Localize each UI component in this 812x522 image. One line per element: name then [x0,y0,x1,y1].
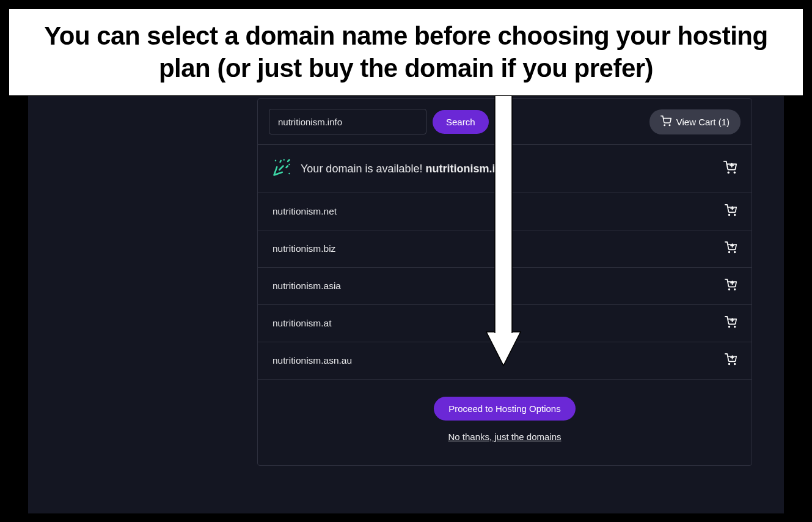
domain-suggestion-name: nutritionism.asia [272,281,725,292]
svg-point-2 [728,172,729,173]
domain-suggestion-row: nutritionism.net [258,193,752,230]
domain-suggestion-row: nutritionism.asia [258,267,752,304]
domain-suggestion-row: nutritionism.at [258,304,752,342]
svg-point-22 [729,364,730,365]
svg-point-10 [729,252,730,253]
view-cart-label: View Cart (1) [676,117,730,127]
add-to-cart-icon[interactable] [725,353,737,368]
domain-available-text: Your domain is available! nutritionism.i… [301,163,714,175]
add-to-cart-icon[interactable] [725,241,737,256]
svg-point-7 [734,215,736,216]
add-to-cart-icon[interactable] [725,316,737,331]
svg-point-18 [729,326,730,328]
svg-point-1 [669,125,670,126]
add-to-cart-icon[interactable] [723,161,737,177]
svg-point-15 [734,289,736,290]
svg-point-0 [664,125,665,126]
svg-point-11 [734,252,736,253]
app-frame: Search View Cart (1) Your domain is avai… [28,95,784,513]
domain-suggestion-name: nutritionism.net [272,206,725,217]
available-prefix: Your domain is available! [301,163,425,175]
svg-point-23 [734,364,736,365]
proceed-to-hosting-button[interactable]: Proceed to Hosting Options [434,397,575,421]
domain-suggestion-row: nutritionism.asn.au [258,342,752,379]
no-thanks-link[interactable]: No thanks, just the domains [448,432,561,442]
svg-point-19 [734,326,736,328]
domain-available-row: Your domain is available! nutritionism.i… [258,144,752,193]
domain-suggestion-name: nutritionism.asn.au [272,355,725,366]
cart-icon [660,116,671,128]
search-row: Search View Cart (1) [258,99,752,144]
domain-search-card: Search View Cart (1) Your domain is avai… [257,98,752,466]
domain-suggestion-name: nutritionism.at [272,318,725,329]
domain-search-input[interactable] [269,109,426,134]
svg-point-14 [729,289,730,290]
svg-point-6 [729,215,730,216]
confetti-icon [272,158,291,179]
svg-point-3 [734,172,735,173]
available-domain: nutritionism.info [425,163,512,175]
annotation-text: You can select a domain name before choo… [26,20,786,84]
view-cart-button[interactable]: View Cart (1) [649,109,741,134]
search-button[interactable]: Search [433,110,489,134]
annotation-banner: You can select a domain name before choo… [9,9,803,96]
add-to-cart-icon[interactable] [725,204,737,219]
domain-suggestion-name: nutritionism.biz [272,243,725,254]
domain-suggestion-row: nutritionism.biz [258,230,752,267]
card-footer: Proceed to Hosting Options No thanks, ju… [258,379,752,465]
add-to-cart-icon[interactable] [725,279,737,293]
